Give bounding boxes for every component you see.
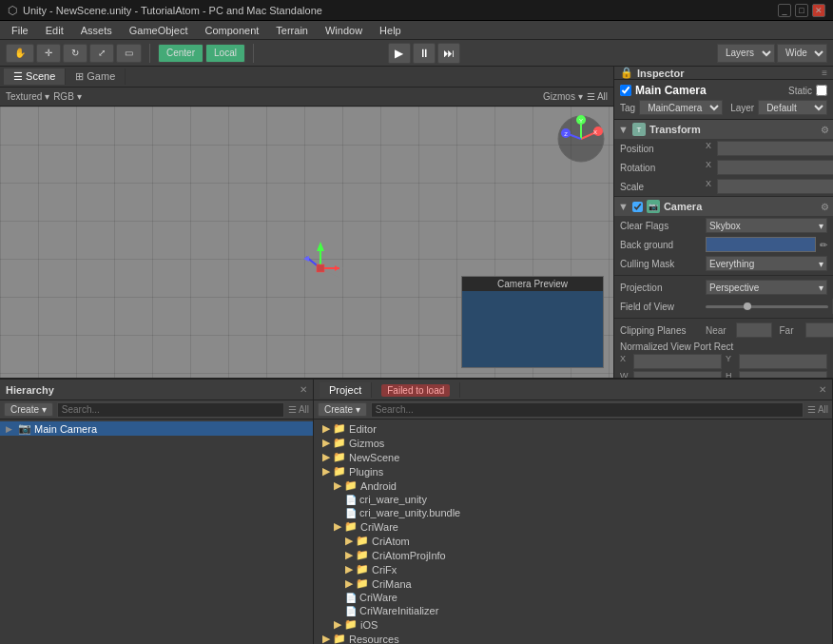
- list-item[interactable]: ▶ 📁 Editor: [314, 421, 832, 436]
- tab-game[interactable]: ⊞ Game: [66, 68, 126, 85]
- titlebar: ⬡ Unity - NewScene.unity - TutorialAtom …: [0, 0, 833, 21]
- background-color-swatch[interactable]: [706, 237, 816, 252]
- rotation-field: Rotation X 0 Y 0 Z 0: [614, 158, 833, 177]
- camera-gear-icon[interactable]: ⚙: [821, 202, 829, 212]
- viewport-y[interactable]: 0: [739, 354, 827, 369]
- hierarchy-create-button[interactable]: Create ▾: [4, 402, 53, 417]
- minimize-button[interactable]: _: [778, 4, 791, 17]
- list-item[interactable]: 📄 CriWareInitializer: [314, 604, 832, 617]
- local-button[interactable]: Local: [205, 44, 245, 63]
- project-all[interactable]: ☰ All: [807, 404, 828, 415]
- list-item[interactable]: ▶ 📁 Android: [314, 478, 832, 493]
- list-item[interactable]: ▶ 📁 CriFx: [314, 562, 832, 576]
- camera-enabled-checkbox[interactable]: [632, 202, 643, 212]
- list-item[interactable]: ▶ 📁 CriAtom: [314, 534, 832, 548]
- list-item[interactable]: 📄 CriWare: [314, 591, 832, 604]
- menu-window[interactable]: Window: [318, 23, 370, 38]
- list-item[interactable]: 📄 cri_ware_unity: [314, 493, 832, 506]
- svg-marker-6: [335, 265, 339, 271]
- menu-gameobject[interactable]: GameObject: [122, 23, 196, 38]
- clear-flags-dropdown[interactable]: Skybox ▾: [706, 218, 827, 233]
- menu-file[interactable]: File: [4, 23, 36, 38]
- shading-mode[interactable]: Textured ▾: [6, 91, 49, 102]
- project-tree: ▶ 📁 Editor▶ 📁 Gizmos▶ 📁 NewScene▶ 📁 Plug…: [314, 420, 832, 644]
- object-name: Main Camera: [635, 84, 785, 97]
- pause-button[interactable]: ⏸: [413, 43, 436, 64]
- rect-tool-button[interactable]: ▭: [116, 44, 142, 63]
- maximize-button[interactable]: □: [795, 4, 808, 17]
- camera-settings: ⚙: [821, 202, 829, 212]
- gizmos-button[interactable]: Gizmos ▾: [543, 91, 583, 102]
- scene-canvas[interactable]: X Y Z Camera Preview: [0, 107, 613, 378]
- hierarchy-search[interactable]: [57, 402, 284, 418]
- hierarchy-all[interactable]: ☰ All: [288, 404, 309, 415]
- projection-dropdown[interactable]: Perspective ▾: [706, 280, 827, 295]
- project-item-label: Gizmos: [349, 438, 384, 449]
- list-item[interactable]: ▶ 📁 CriMana: [314, 576, 832, 591]
- viewport-xy: X 0 Y 0: [620, 354, 827, 369]
- scale-tool-button[interactable]: ⤢: [89, 44, 114, 63]
- color-picker-icon[interactable]: ✏: [820, 240, 827, 250]
- list-item[interactable]: 📄 cri_ware_unity.bundle: [314, 506, 832, 519]
- object-enabled-checkbox[interactable]: [620, 85, 631, 96]
- inspector-title: Inspector: [637, 68, 685, 79]
- inspector-menu[interactable]: ≡: [822, 68, 827, 78]
- layer-dropdown[interactable]: Default: [758, 100, 827, 115]
- near-value[interactable]: 0.3: [736, 322, 772, 338]
- bottom-area: Hierarchy ✕ Create ▾ ☰ All ▶ 📷 Main Came…: [0, 378, 833, 644]
- rotate-tool-button[interactable]: ↻: [63, 44, 87, 63]
- culling-mask-dropdown[interactable]: Everything ▾: [706, 256, 827, 271]
- menu-component[interactable]: Component: [197, 23, 266, 38]
- list-item[interactable]: ▶ 📁 CriAtomProjInfo: [314, 548, 832, 562]
- tag-dropdown[interactable]: MainCamera: [639, 100, 723, 115]
- list-item[interactable]: ▶ 📁 Gizmos: [314, 436, 832, 450]
- list-item[interactable]: ▶ 📁 NewScene: [314, 450, 832, 464]
- layout-dropdown[interactable]: Wide: [777, 44, 827, 63]
- transform-header[interactable]: ▼ T Transform ⚙: [614, 120, 833, 139]
- close-button[interactable]: ✕: [812, 4, 825, 17]
- rotation-x[interactable]: 0: [717, 160, 833, 175]
- svg-marker-9: [303, 256, 309, 262]
- position-x[interactable]: 0: [717, 141, 833, 156]
- tab-project[interactable]: Project: [320, 382, 372, 398]
- list-item[interactable]: ▶ 📁 CriWare: [314, 519, 832, 534]
- list-item[interactable]: ▶ 📷 Main Camera: [0, 421, 313, 436]
- tag-label: Tag: [620, 103, 635, 113]
- menu-assets[interactable]: Assets: [73, 23, 120, 38]
- project-create-button[interactable]: Create ▾: [318, 402, 367, 417]
- list-item[interactable]: ▶ 📁 Resources: [314, 632, 832, 644]
- layers-dropdown[interactable]: Layers: [717, 44, 775, 63]
- move-tool-button[interactable]: ✛: [36, 44, 61, 63]
- tab-scene[interactable]: ☰ Scene: [4, 68, 66, 85]
- transform-fields: Position X 0 Y 1 Z -10 Rotation: [614, 139, 833, 196]
- center-button[interactable]: Center: [158, 44, 203, 63]
- viewport-h[interactable]: 1: [739, 371, 827, 378]
- viewport-x[interactable]: 0: [633, 354, 722, 369]
- camera-header[interactable]: ▼ 📷 Camera ⚙: [614, 197, 833, 216]
- static-checkbox[interactable]: [816, 85, 827, 96]
- list-item[interactable]: ▶ 📁 Plugins: [314, 464, 832, 478]
- menu-help[interactable]: Help: [372, 23, 409, 38]
- scale-x[interactable]: 1: [717, 179, 833, 194]
- play-button[interactable]: ▶: [388, 43, 411, 64]
- hierarchy-toolbar: Create ▾ ☰ All: [0, 400, 313, 420]
- svg-text:Y: Y: [579, 118, 583, 124]
- culling-mask-field: Culling Mask Everything ▾: [614, 254, 833, 273]
- step-button[interactable]: ⏭: [437, 43, 460, 64]
- fov-slider[interactable]: [706, 305, 828, 308]
- menu-terrain[interactable]: Terrain: [268, 23, 316, 38]
- rgb-mode[interactable]: RGB ▾: [53, 91, 81, 102]
- top-area: ☰ Scene ⊞ Game Textured ▾ RGB ▾ Gizmos ▾…: [0, 67, 833, 378]
- tab-failed[interactable]: Failed to load: [372, 382, 460, 398]
- viewport-w[interactable]: 1: [633, 371, 722, 378]
- project-close[interactable]: ✕: [819, 384, 826, 395]
- project-search[interactable]: [371, 402, 804, 418]
- all-button[interactable]: ☰ All: [587, 91, 608, 102]
- folder-icon: ▶ 📁: [334, 479, 358, 492]
- menu-edit[interactable]: Edit: [38, 23, 71, 38]
- far-value[interactable]: 1000: [805, 322, 834, 338]
- hierarchy-close[interactable]: ✕: [300, 384, 307, 395]
- settings-gear-icon[interactable]: ⚙: [821, 125, 829, 135]
- hand-tool-button[interactable]: ✋: [6, 44, 34, 63]
- list-item[interactable]: ▶ 📁 iOS: [314, 617, 832, 632]
